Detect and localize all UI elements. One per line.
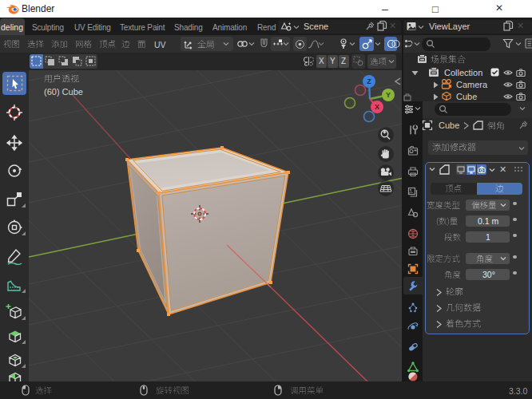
svg-text:Y: Y [386,91,391,99]
svg-text:Z: Z [367,77,371,85]
svg-text:X: X [375,103,379,111]
